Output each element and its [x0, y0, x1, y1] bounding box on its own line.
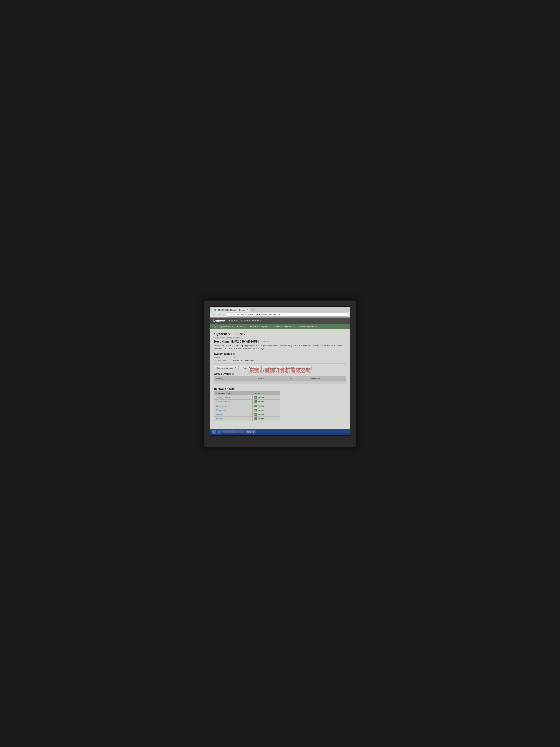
hardware-health-table: Component Type Status Cooling Devices✓ N…: [214, 391, 280, 421]
nav-system-status[interactable]: System Status: [218, 325, 235, 328]
active-tab[interactable]: IMM2-0894ef03d59d] – Integ... ✕: [212, 308, 250, 312]
nav-service-label: Service and Support: [249, 325, 268, 328]
power-label: Power:: [214, 357, 229, 359]
nav-imm-label: IMM Management: [299, 325, 315, 328]
events-col-source[interactable]: Source: [256, 377, 287, 380]
events-dropdown-arrow: ▼: [244, 326, 245, 327]
health-status: ✓ Normal: [252, 395, 280, 400]
tab-title: IMM2-0894ef03d59d] – Integ...: [218, 309, 245, 311]
imm-header-title: Integrated Management Module II: [228, 319, 261, 322]
back-button[interactable]: ←: [212, 313, 216, 316]
health-status: ✓ Normal: [252, 400, 280, 404]
start-button[interactable]: ⊞: [212, 430, 216, 434]
active-events-heading: Active Events i: [214, 372, 346, 375]
ie-icon: e: [218, 430, 220, 433]
tab-close-icon[interactable]: ✕: [246, 309, 248, 311]
nav-events[interactable]: Events ▼: [235, 325, 247, 328]
host-name: Host Name: IMM2-0894ef03d59d: [214, 340, 259, 343]
health-component[interactable]: Local Storage: [214, 404, 252, 408]
severity-sort-arrow: ▲: [224, 378, 226, 380]
start-icon: ⊞: [213, 430, 215, 433]
latest-os-failure-button[interactable]: Latest OS Failure Screen: [284, 366, 312, 370]
browser-chrome: IMM2-0894ef03d59d] – Integ... ✕ + ← → C …: [210, 307, 350, 317]
tab-favicon: [214, 309, 216, 311]
service-dropdown-arrow: ▼: [268, 326, 270, 327]
active-events-info-icon[interactable]: i: [232, 372, 235, 375]
imm-page: Lenovo Integrated Management Module II ✓…: [210, 317, 350, 429]
system-information-button[interactable]: System Information ▼: [214, 366, 239, 370]
power-value: On: [233, 357, 235, 359]
nav-events-label: Events: [237, 325, 243, 328]
check-icon: ✓: [255, 413, 257, 416]
nav-server-label: Server Management: [274, 325, 293, 328]
imm-dropdown-arrow: ▼: [316, 326, 317, 327]
tab-bar: IMM2-0894ef03d59d] – Integ... ✕ +: [210, 307, 350, 312]
events-col-severity[interactable]: Severity ▲: [214, 377, 256, 380]
remote-control-button[interactable]: Remote Control...: [262, 366, 282, 370]
health-status: ✓ Normal: [252, 404, 280, 408]
health-row: Memory✓ Normal: [214, 412, 280, 416]
nav-checkbox[interactable]: ✓: [213, 325, 216, 328]
active-events-table: Severity ▲ Source Date Mes: [214, 377, 346, 384]
taskbar-ie-icon[interactable]: e: [217, 430, 221, 434]
new-tab-button[interactable]: +: [251, 308, 255, 312]
add-desc-link[interactable]: Add System Descriptive Name...: [214, 337, 346, 339]
screen: IMM2-0894ef03d59d] – Integ... ✕ + ← → C …: [210, 306, 350, 436]
check-icon: ✓: [255, 405, 257, 407]
address-bar[interactable]: ▲ 不安全 192.168.70.125/designs/imm/index-c…: [227, 313, 348, 317]
nav-server-management[interactable]: Server Management ▼: [272, 325, 296, 328]
nav-service-support[interactable]: Service and Support ▼: [247, 325, 272, 328]
imm-header: Lenovo Integrated Management Module II: [210, 317, 350, 324]
health-col-component: Component Type: [214, 391, 252, 395]
health-status: ✓ Normal: [252, 412, 280, 416]
check-icon: ✓: [255, 409, 257, 411]
check-icon: ✓: [255, 401, 257, 403]
refresh-button[interactable]: C: [222, 313, 225, 316]
health-component[interactable]: Cooling Devices: [214, 395, 252, 400]
health-row: Cooling Devices✓ Normal: [214, 395, 280, 400]
events-empty-row: [214, 380, 346, 384]
lenovo-logo: Lenovo: [213, 319, 225, 323]
checkbox-check: ✓: [214, 325, 216, 328]
health-row: Power Modules✓ Normal: [214, 400, 280, 404]
system-state-label: System state:: [214, 359, 229, 361]
monitor: IMM2-0894ef03d59d] – Integ... ✕ + ← → C …: [204, 301, 356, 447]
forward-button[interactable]: →: [217, 313, 221, 316]
health-row: Local Storage✓ Normal: [214, 404, 280, 408]
taskbar-search-btn[interactable]: 搜索一下: [245, 430, 256, 434]
system-status-info-icon[interactable]: i: [233, 353, 235, 355]
description-text: The System Status and Health page provid…: [214, 344, 344, 350]
system-state-value: System running in UEFI: [233, 359, 254, 361]
security-icon: ▲ 不安全: [228, 313, 236, 316]
main-content: System x3650 M5 Add System Descriptive N…: [210, 329, 350, 424]
events-col-date[interactable]: Date: [286, 377, 310, 380]
imm-nav: ✓ System Status Events ▼ Service and Sup…: [210, 324, 350, 329]
nav-imm-management[interactable]: IMM Management ▼: [297, 325, 319, 328]
health-component[interactable]: System: [214, 416, 252, 421]
events-col-message[interactable]: Message: [310, 377, 346, 380]
server-dropdown-arrow: ▼: [293, 326, 295, 327]
action-buttons: System Information ▼ Power Actions ▼ Rem…: [214, 366, 346, 370]
health-status: ✓ Normal: [252, 408, 280, 412]
taskbar: ⊞ e 搜索一下: [210, 429, 350, 435]
health-component[interactable]: Memory: [214, 412, 252, 416]
check-icon: ✓: [255, 417, 257, 420]
system-status-heading: System Status i: [214, 352, 346, 355]
health-status: ✓ Normal: [252, 416, 280, 421]
check-icon: ✓: [255, 396, 257, 399]
power-actions-button[interactable]: Power Actions ▼: [240, 366, 260, 370]
system-info-arrow: ▼: [235, 367, 236, 369]
health-component[interactable]: Processors: [214, 408, 252, 412]
taskbar-search-input[interactable]: [222, 430, 244, 433]
hardware-health-heading: Hardware Health: [214, 387, 346, 390]
health-component[interactable]: Power Modules: [214, 400, 252, 404]
health-row: Processors✓ Normal: [214, 408, 280, 412]
health-row: System✓ Normal: [214, 416, 280, 421]
power-actions-arrow: ▼: [256, 367, 258, 369]
host-name-row: Host Name: IMM2-0894ef03d59d Rename...: [214, 340, 346, 343]
health-col-status: Status: [252, 391, 280, 395]
rename-link[interactable]: Rename...: [261, 340, 271, 343]
nav-system-status-label: System Status: [220, 325, 233, 328]
url-text: 192.168.70.125/designs/imm/index-console…: [237, 313, 283, 316]
system-state-row: System state: System running in UEFI: [214, 359, 346, 361]
